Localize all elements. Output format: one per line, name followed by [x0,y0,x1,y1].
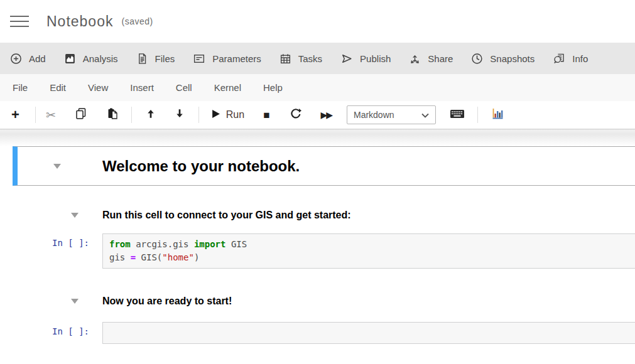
cell-type-select[interactable]: Markdown [347,105,436,124]
add-circle-icon [10,53,22,65]
menu-edit[interactable]: Edit [50,82,66,93]
share-icon [409,53,421,65]
interrupt-kernel-button[interactable]: ■ [263,110,269,120]
copy-icon [75,107,87,122]
add-button[interactable]: Add [10,53,46,65]
collapse-toggle-icon[interactable] [53,164,61,169]
scissors-icon: ✂ [46,109,56,121]
notebook-menubar: File Edit View Insert Cell Kernel Help [0,74,635,101]
code-cell-empty[interactable]: In [ ]: [0,322,635,344]
input-prompt: In [ ]: [52,322,102,336]
code-editor[interactable] [102,322,635,344]
arrow-down-icon [174,108,185,122]
info-icon [553,53,565,65]
notebook-container-top [0,129,635,146]
code-editor[interactable]: from arcgis.gis import GIS gis = GIS("ho… [102,233,635,269]
menu-view[interactable]: View [88,82,108,93]
parameters-button[interactable]: Parameters [193,53,261,65]
bar-chart-icon [491,107,504,122]
restart-kernel-button[interactable] [290,108,301,122]
saved-status: (saved) [121,16,153,26]
paste-icon [106,107,119,122]
copy-cell-button[interactable] [75,107,87,122]
move-cell-up-button[interactable] [145,108,156,122]
analysis-button[interactable]: Analysis [64,53,118,65]
toolbar-divider [477,107,478,123]
chevron-down-icon [421,109,429,120]
plus-icon: + [11,108,19,122]
cut-cell-button[interactable]: ✂ [46,109,56,121]
command-palette-button[interactable] [450,108,465,122]
code-line: from arcgis.gis import GIS [109,238,635,251]
add-cell-button[interactable]: + [11,108,19,122]
markdown-cell-welcome[interactable]: Welcome to your notebook. [13,146,635,186]
run-button[interactable]: Run [211,109,244,121]
esri-toolbar: Add Analysis Files Parameters Tasks [0,43,635,74]
paste-cell-button[interactable] [106,107,119,122]
tasks-button[interactable]: Tasks [280,53,322,65]
menu-kernel[interactable]: Kernel [214,82,241,93]
collapse-toggle-icon[interactable] [71,213,79,218]
tasks-icon [280,53,291,65]
welcome-heading: Welcome to your notebook. [102,158,300,175]
toolbar-divider [131,107,132,123]
toolbar-divider [35,107,36,123]
keyboard-icon [450,108,465,122]
move-cell-down-button[interactable] [174,108,185,122]
restart-run-all-button[interactable]: ▶▶ [320,110,332,119]
jupyter-toolbar: + ✂ [0,101,635,129]
connect-heading: Run this cell to connect to your GIS and… [102,210,351,221]
arrow-up-icon [145,108,156,122]
ready-heading: Now you are ready to start! [102,296,232,307]
menu-file[interactable]: File [13,82,28,93]
files-button[interactable]: Files [136,53,175,65]
code-line: gis = GIS("home") [109,251,635,264]
publish-button[interactable]: Publish [340,53,391,65]
fast-forward-icon: ▶▶ [320,110,332,119]
insights-chart-button[interactable] [491,107,504,122]
info-button[interactable]: Info [553,53,588,65]
markdown-cell-connect[interactable]: Run this cell to connect to your GIS and… [0,210,635,221]
parameters-icon [193,53,205,65]
analysis-icon [64,53,76,65]
hamburger-menu-icon[interactable] [10,9,30,33]
menu-help[interactable]: Help [263,82,283,93]
app-header: Notebook (saved) [0,0,635,43]
share-button[interactable]: Share [409,53,453,65]
code-cell-gis[interactable]: In [ ]: from arcgis.gis import GIS gis =… [0,233,635,269]
toolbar-divider [198,107,199,123]
stop-icon: ■ [263,110,269,120]
collapse-toggle-icon[interactable] [71,299,79,304]
snapshots-icon [471,53,483,65]
snapshots-button[interactable]: Snapshots [471,53,535,65]
files-icon [136,53,148,65]
refresh-icon [290,108,301,122]
publish-icon [340,53,353,65]
menu-insert[interactable]: Insert [130,82,154,93]
play-icon [211,109,220,121]
markdown-cell-ready[interactable]: Now you are ready to start! [0,296,635,307]
notebook-app: Notebook (saved) Add Analysis Files [0,0,635,364]
input-prompt: In [ ]: [52,233,102,248]
menu-cell[interactable]: Cell [176,82,192,93]
page-title: Notebook [46,13,113,30]
